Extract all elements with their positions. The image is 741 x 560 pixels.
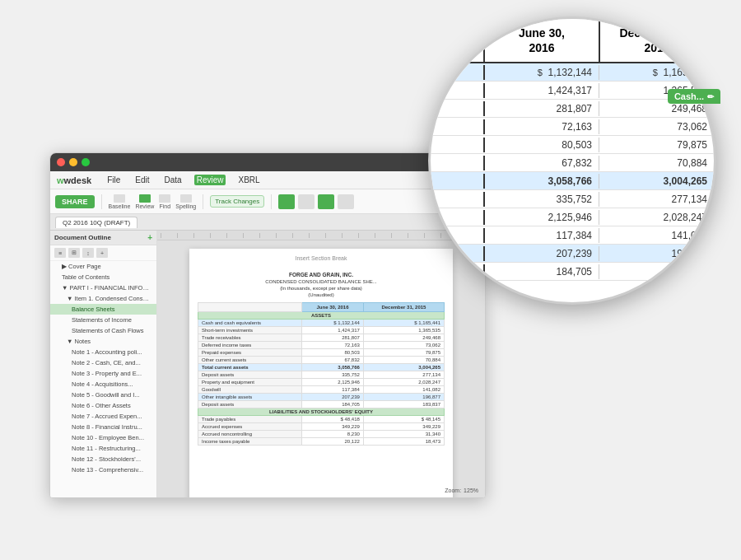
col-header-june: June 30, 2016 — [302, 303, 364, 312]
sidebar-item-item1[interactable]: ▼ Item 1. Condensed Consolida... — [50, 293, 156, 304]
sidebar-tool-1[interactable]: ≡ — [54, 248, 66, 258]
section-break-hint[interactable]: Insert Section Break — [295, 255, 347, 261]
zoom-label: Zoom: — [445, 488, 461, 493]
sidebar-header: Document Outline + — [50, 231, 156, 245]
balance-sheet-table: June 30, 2016 December 31, 2015 ASSETS C… — [198, 302, 445, 446]
menu-file[interactable]: File — [105, 175, 123, 185]
circle-row-3: 72,163 73,062 — [431, 118, 714, 136]
table-row-3: Deferred income taxes 72,163 73,062 — [198, 342, 445, 349]
minimize-button[interactable] — [69, 158, 77, 166]
share-button[interactable]: SHARE — [55, 195, 95, 208]
table-row-noncontrolling: Accrued noncontrolling 8,230 31,340 — [198, 431, 445, 438]
circle-row-10: 207,239 196,877 — [431, 245, 714, 263]
spelling-tool[interactable]: Spelling — [175, 194, 196, 209]
review-tool[interactable]: Review — [135, 194, 154, 209]
sidebar-item-note4[interactable]: Note 4 - Acquisitions... — [50, 379, 156, 390]
circle-row-label-0 — [431, 71, 483, 74]
previous-button[interactable] — [298, 194, 315, 209]
maximize-button[interactable] — [82, 158, 90, 166]
circle-row-0: $ 1,132,144 $ 1,165,441 — [431, 63, 714, 82]
magnified-circle: June 30, 2016 December 31, 2015 $ 1,132,… — [428, 16, 716, 305]
close-button[interactable] — [57, 158, 65, 166]
circle-row-8: 2,125,946 2,028,247 — [431, 208, 714, 226]
sidebar-item-note11[interactable]: Note 11 - Restructuring... — [50, 443, 156, 454]
table-row-7: Deposit assets 335,752 277,134 — [198, 371, 445, 379]
edit-icon[interactable]: ✏ — [707, 92, 714, 101]
table-row-8: Property and equipment 2,125,946 2,028,2… — [198, 379, 445, 386]
circle-content: June 30, 2016 December 31, 2015 $ 1,132,… — [431, 19, 714, 302]
add-outline-button[interactable]: + — [147, 233, 152, 242]
sidebar-item-note5[interactable]: Note 5 - Goodwill and I... — [50, 390, 156, 400]
doc-subtitle3: (Unaudited) — [198, 292, 445, 297]
sidebar-item-part1[interactable]: ▼ PART I - FINANCIAL INFORMAT... — [50, 282, 156, 293]
table-row-9: Goodwill 117,384 141,082 — [198, 386, 445, 394]
sidebar: Document Outline + ≡ ⊞ ↕ + ▶ Cover Page … — [50, 231, 157, 497]
sidebar-tool-2[interactable]: ⊞ — [68, 248, 80, 258]
cash-annotation-badge[interactable]: Cash... ✏ — [668, 89, 720, 104]
sidebar-item-cashflow[interactable]: Statements of Cash Flows — [50, 325, 156, 336]
sidebar-item-note3[interactable]: Note 3 - Property and E... — [50, 368, 156, 379]
doc-subtitle1: CONDENSED CONSOLIDATED BALANCE SHE... — [198, 279, 445, 284]
doc-subtitle2: (In thousands, except per share data) — [198, 286, 445, 291]
circle-col-june: June 30, 2016 — [483, 19, 599, 62]
sidebar-item-note12[interactable]: Note 12 - Stockholders'... — [50, 454, 156, 464]
sidebar-item-toc[interactable]: Table of Contents — [50, 272, 156, 282]
menu-review[interactable]: Review — [194, 175, 226, 185]
document-page: Insert Section Break FORGE AND GRAIN, IN… — [189, 249, 453, 497]
sidebar-item-note7[interactable]: Note 7 - Accrued Expen... — [50, 411, 156, 422]
circle-col-dec: December 31, 2015 — [599, 19, 714, 62]
document-tab[interactable]: Q2 2016 10Q (DRAFT) — [55, 217, 137, 228]
sidebar-tools: ≡ ⊞ ↕ + — [50, 245, 156, 261]
table-row-11: Deposit assets 184,705 183,837 — [198, 401, 445, 408]
table-row-investments: Short-term investments 1,424,317 1,365,5… — [198, 327, 445, 334]
menu-bar: wwdesk File Edit Data Review XBRL — [50, 171, 485, 189]
table-row-4: Prepaid expenses 80,503 79,875 — [198, 349, 445, 357]
approval-button[interactable] — [278, 194, 295, 209]
main-content: Document Outline + ≡ ⊞ ↕ + ▶ Cover Page … — [50, 231, 485, 497]
table-row-total: Total current assets 3,058,766 3,004,265 — [198, 364, 445, 371]
toolbar-separator-1 — [101, 194, 102, 209]
sidebar-tool-3[interactable]: ↕ — [82, 248, 94, 258]
sidebar-item-cover[interactable]: ▶ Cover Page — [50, 261, 156, 272]
circle-row-5: 67,832 70,884 — [431, 154, 714, 172]
sidebar-item-balance[interactable]: Balance Sheets — [50, 304, 156, 315]
sidebar-item-income[interactable]: Statements of Income — [50, 315, 156, 325]
sidebar-item-notes[interactable]: ▼ Notes — [50, 336, 156, 347]
menu-edit[interactable]: Edit — [133, 175, 151, 185]
cash-badge-label: Cash... — [674, 91, 704, 101]
circle-row-11: 184,705 183,837 — [431, 263, 714, 281]
circle-val-0-2: $ 1,165,441 — [599, 65, 714, 80]
toolbar-separator-2 — [203, 194, 203, 209]
toolbar-separator-3 — [271, 194, 272, 209]
zoom-value: 125% — [464, 488, 478, 493]
zoom-bar: Zoom: 125% — [445, 488, 478, 493]
circle-header: June 30, 2016 December 31, 2015 — [431, 19, 714, 63]
table-row-5: Other current assets 67,832 70,884 — [198, 357, 445, 364]
sidebar-tool-4[interactable]: + — [96, 248, 108, 258]
title-bar — [50, 153, 485, 171]
next-button[interactable] — [318, 194, 334, 209]
table-row-incometax: Income taxes payable 20,122 18,473 — [198, 438, 445, 446]
app-logo: wwdesk — [57, 175, 91, 185]
sidebar-item-note8[interactable]: Note 8 - Financial Instru... — [50, 422, 156, 432]
sidebar-item-note10[interactable]: Note 10 - Employee Ben... — [50, 432, 156, 443]
circle-row-9: 117,384 141,082 — [431, 226, 714, 245]
sidebar-item-note6[interactable]: Note 6 - Other Assets — [50, 400, 156, 411]
company-name: FORGE AND GRAIN, INC. — [198, 272, 445, 278]
find-tool[interactable]: Find — [159, 194, 170, 209]
menu-data[interactable]: Data — [162, 175, 184, 185]
toolbar: SHARE Baseline Review Find Spelling Trac… — [50, 189, 485, 214]
baseline-tool[interactable]: Baseline — [109, 194, 131, 209]
table-row-trade: Trade payables $ 48,418 $ 48,145 — [198, 416, 445, 423]
circle-val-0-1: $ 1,132,144 — [483, 65, 599, 80]
circle-row-4: 80,503 79,875 — [431, 136, 714, 154]
track-changes-button[interactable]: Track Changes — [210, 195, 264, 208]
circle-row-7: 335,752 277,134 — [431, 190, 714, 208]
sidebar-item-note1[interactable]: Note 1 - Accounting poli... — [50, 347, 156, 357]
sidebar-item-note2[interactable]: Note 2 - Cash, CE, and... — [50, 357, 156, 368]
menu-xbrl[interactable]: XBRL — [235, 175, 262, 185]
comment-button[interactable] — [338, 194, 354, 209]
sidebar-item-note13[interactable]: Note 13 - Comprehensiv... — [50, 464, 156, 475]
table-row-2: Trade receivables 281,807 249,468 — [198, 334, 445, 342]
col-header-dec: December 31, 2015 — [363, 303, 444, 312]
